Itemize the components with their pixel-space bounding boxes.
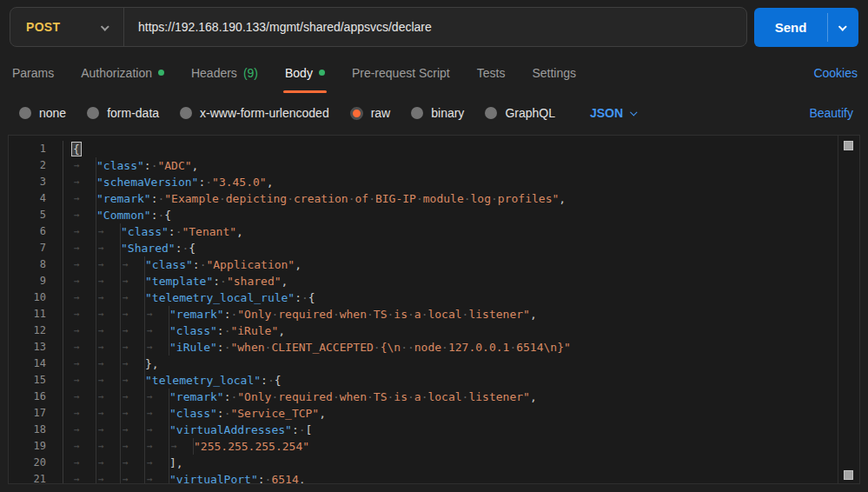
tab-settings[interactable]: Settings — [530, 52, 578, 93]
code-token: :·[ — [292, 423, 312, 436]
code-token: "3.45.0" — [212, 176, 267, 189]
tab-arrow-icon: → — [96, 289, 121, 306]
tab-arrow-icon: → — [72, 174, 96, 190]
code-line-content: →→→→"virtualAddresses":·[ — [63, 422, 312, 438]
code-token: }, — [145, 357, 159, 370]
code-token: "remark" — [169, 390, 224, 403]
code-token: "schemaVersion" — [96, 176, 198, 189]
code-token: "when·CLIENT_ACCEPTED·{\n··node·127.0.0.… — [230, 341, 570, 354]
body-type-x-www-form-urlencoded[interactable]: x-www-form-urlencoded — [180, 106, 329, 120]
tab-params[interactable]: Params — [10, 52, 56, 93]
code-token: "class" — [96, 159, 144, 172]
tab-arrow-icon: → — [96, 455, 121, 471]
whitespace-dot: · — [407, 308, 414, 321]
method-dropdown[interactable]: POST — [10, 8, 123, 46]
line-number: 13 — [9, 339, 63, 356]
language-select[interactable]: JSON — [590, 106, 637, 120]
scrollbar-thumb-top[interactable] — [844, 141, 853, 150]
code-line-content: →"remark":·"Example·depicting·creation·o… — [63, 190, 566, 207]
tab-arrow-icon: → — [145, 405, 169, 422]
code-token: "class" — [121, 225, 169, 238]
whitespace-dot: · — [271, 308, 278, 321]
code-token: "255.255.255.254" — [194, 440, 309, 453]
send-button-group: Send — [754, 8, 858, 47]
tab-arrow-icon: → — [96, 256, 121, 273]
line-number: 21 — [9, 471, 63, 484]
code-line-content: →→→"telemetry_local":·{ — [63, 372, 282, 389]
body-type-label: x-www-form-urlencoded — [200, 106, 329, 120]
body-type-binary[interactable]: binary — [411, 106, 464, 120]
tab-headers[interactable]: Headers(9) — [189, 52, 260, 93]
whitespace-dot: · — [157, 209, 164, 222]
tab-arrow-icon: → — [121, 455, 145, 471]
body-type-none[interactable]: none — [19, 106, 66, 120]
tab-arrow-icon: → — [72, 273, 96, 289]
tab-authorization[interactable]: Authorization — [79, 52, 166, 93]
line-number: 3 — [9, 174, 63, 190]
body-code-editor[interactable]: 1{2→"class":·"ADC",3→"schemaVersion":·"3… — [8, 135, 860, 484]
tab-arrow-icon: → — [72, 389, 96, 405]
code-token: :·{ — [295, 291, 315, 304]
line-number: 18 — [9, 422, 63, 438]
tab-arrow-icon: → — [72, 157, 96, 174]
code-token: , — [319, 407, 326, 420]
tab-arrow-icon: → — [96, 405, 121, 422]
code-token: "Common" — [96, 209, 151, 222]
code-line: 3→"schemaVersion":·"3.45.0", — [9, 174, 859, 190]
body-type-label: GraphQL — [505, 106, 555, 120]
line-number: 19 — [9, 438, 63, 455]
code-line-content: →→→"template":·"shared", — [63, 273, 288, 289]
code-token: :· — [217, 407, 231, 420]
tab-arrow-icon: → — [96, 438, 121, 455]
body-type-form-data[interactable]: form-data — [87, 106, 159, 120]
tab-body[interactable]: Body — [283, 52, 327, 93]
code-token: , — [267, 176, 274, 189]
chevron-down-icon — [101, 22, 109, 30]
whitespace-dot: · — [464, 192, 471, 205]
line-number: 12 — [9, 322, 63, 339]
tab-tests[interactable]: Tests — [475, 52, 507, 93]
body-type-graphql[interactable]: GraphQL — [485, 106, 555, 120]
whitespace-dot: · — [416, 192, 423, 205]
code-line-content: →→→"class":·"Application", — [63, 256, 301, 273]
tab-pre-request-script[interactable]: Pre-request Script — [350, 52, 452, 93]
whitespace-dot: · — [421, 308, 428, 321]
whitespace-dot: · — [407, 341, 414, 354]
cookies-link[interactable]: Cookies — [813, 66, 858, 80]
tab-arrow-icon: → — [145, 306, 169, 322]
code-token: "Tenant" — [182, 225, 236, 238]
tab-arrow-icon: → — [121, 389, 145, 405]
tab-arrow-icon: → — [121, 322, 145, 339]
code-token: :·{ — [261, 374, 281, 387]
code-token: "Only·required·when·TS·is·a·local·listen… — [237, 390, 530, 403]
tab-arrow-icon: → — [145, 422, 169, 438]
beautify-link[interactable]: Beautify — [809, 106, 853, 120]
code-token: :· — [258, 473, 272, 484]
code-token: :· — [213, 275, 227, 288]
code-line: 8→→→"class":·"Application", — [9, 256, 859, 273]
code-line: 7→→"Shared":·{ — [9, 240, 859, 256]
tab-label: Pre-request Script — [352, 66, 450, 80]
code-token: , — [282, 275, 288, 288]
code-line-content: →→→→], — [63, 455, 183, 471]
tab-arrow-icon: → — [145, 389, 169, 405]
whitespace-dot: · — [333, 390, 340, 403]
body-type-options: noneform-datax-www-form-urlencodedrawbin… — [19, 106, 576, 120]
code-line-content: →→→→"virtualPort":·6514, — [63, 471, 306, 484]
whitespace-dot: · — [182, 242, 189, 255]
send-options-button[interactable] — [828, 8, 858, 47]
code-token: "Only·required·when·TS·is·a·local·listen… — [237, 308, 530, 321]
url-input[interactable]: https://192.168.190.133/mgmt/shared/apps… — [124, 8, 746, 46]
whitespace-dot: · — [462, 308, 469, 321]
tab-arrow-icon: → — [96, 223, 121, 240]
method-label: POST — [26, 20, 60, 34]
code-token: :· — [217, 341, 231, 354]
send-button[interactable]: Send — [754, 8, 827, 47]
code-token: :· — [224, 390, 238, 403]
tab-arrow-icon: → — [145, 438, 169, 455]
tab-arrow-icon: → — [96, 471, 121, 484]
body-type-raw[interactable]: raw — [350, 106, 391, 120]
code-line-content: →→→→→"255.255.255.254" — [63, 438, 309, 455]
scrollbar-thumb-bottom[interactable] — [844, 470, 853, 480]
code-token: :· — [193, 258, 207, 271]
